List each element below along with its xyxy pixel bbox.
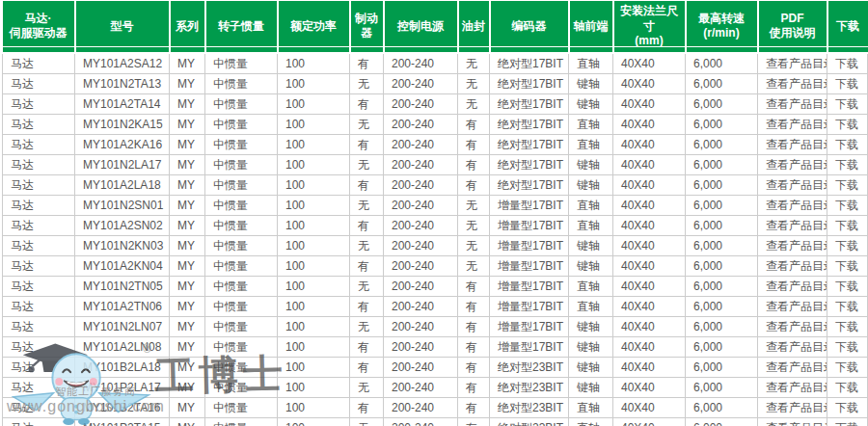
download-link[interactable]: 下载: [827, 154, 868, 174]
cell-category: 马达: [3, 114, 75, 134]
cell-max_speed: 6,000: [686, 235, 758, 255]
cell-rotor_inertia: 中惯量: [205, 53, 278, 74]
cell-control_power: 200-240: [384, 417, 458, 426]
cell-rotor_inertia: 中惯量: [205, 397, 278, 417]
table-row: 马达MY101N2TN05MY中惯量100无200-240有增量型17BIT直轴…: [3, 276, 868, 296]
download-link[interactable]: 下载: [827, 377, 868, 397]
cell-series: MY: [170, 255, 205, 276]
cell-max_speed: 6,000: [686, 296, 758, 316]
cell-model: MY101N2TA13: [75, 73, 170, 93]
table-row: 马达MY101A2SN02MY中惯量100有200-240无增量型17BIT直轴…: [3, 215, 868, 235]
table-row: 马达MY101N2LN07MY中惯量100无200-240有增量型17BIT键轴…: [3, 316, 868, 336]
cell-flange_size: 40X40: [613, 134, 686, 154]
download-link[interactable]: 下载: [827, 417, 868, 426]
table-row: 马达MY101A2TA14MY中惯量100有200-240无绝对型17BIT键轴…: [3, 93, 868, 114]
cell-oil_seal: 有: [458, 154, 490, 174]
cell-model: MY101N2SN01: [75, 195, 170, 215]
cell-flange_size: 40X40: [613, 93, 686, 114]
cell-encoder: 绝对型17BIT: [490, 114, 569, 134]
view-catalog-link[interactable]: 查看产品目录: [758, 276, 827, 296]
cell-encoder: 绝对型23BIT: [490, 357, 569, 377]
view-catalog-link[interactable]: 查看产品目录: [758, 397, 827, 417]
cell-category: 马达: [3, 377, 75, 397]
column-header-encoder: 编码器: [490, 1, 569, 53]
cell-model: MY101N2KA15: [75, 114, 170, 134]
cell-rotor_inertia: 中惯量: [205, 154, 278, 174]
cell-max_speed: 6,000: [686, 357, 758, 377]
cell-encoder: 绝对型23BIT: [490, 417, 569, 426]
table-header-row: 马达· 伺服驱动器型号系列转子惯量额定功率制动器控制电源油封编码器轴前端安装法兰…: [3, 1, 868, 53]
cell-rated_power: 100: [278, 276, 350, 296]
view-catalog-link[interactable]: 查看产品目录: [758, 296, 827, 316]
view-catalog-link[interactable]: 查看产品目录: [758, 417, 827, 426]
cell-brake: 有: [350, 215, 384, 235]
cell-control_power: 200-240: [384, 215, 458, 235]
view-catalog-link[interactable]: 查看产品目录: [758, 255, 827, 276]
view-catalog-link[interactable]: 查看产品目录: [758, 114, 827, 134]
view-catalog-link[interactable]: 查看产品目录: [758, 195, 827, 215]
column-header-pdf: PDF 使用说明: [758, 1, 827, 53]
download-link[interactable]: 下载: [827, 195, 868, 215]
cell-category: 马达: [3, 397, 75, 417]
download-link[interactable]: 下载: [827, 255, 868, 276]
download-link[interactable]: 下载: [827, 53, 868, 74]
cell-oil_seal: 无: [458, 73, 490, 93]
cell-max_speed: 6,000: [686, 336, 758, 357]
download-link[interactable]: 下载: [827, 174, 868, 195]
download-link[interactable]: 下载: [827, 114, 868, 134]
cell-rotor_inertia: 中惯量: [205, 195, 278, 215]
view-catalog-link[interactable]: 查看产品目录: [758, 357, 827, 377]
download-link[interactable]: 下载: [827, 336, 868, 357]
view-catalog-link[interactable]: 查看产品目录: [758, 73, 827, 93]
download-link[interactable]: 下载: [827, 357, 868, 377]
cell-max_speed: 6,000: [686, 255, 758, 276]
cell-encoder: 绝对型23BIT: [490, 397, 569, 417]
cell-oil_seal: 有: [458, 377, 490, 397]
cell-series: MY: [170, 93, 205, 114]
cell-model: MY101B2LA18: [75, 357, 170, 377]
download-link[interactable]: 下载: [827, 73, 868, 93]
cell-category: 马达: [3, 154, 75, 174]
download-link[interactable]: 下载: [827, 134, 868, 154]
cell-encoder: 绝对型17BIT: [490, 93, 569, 114]
cell-series: MY: [170, 53, 205, 74]
column-header-rated_power: 额定功率: [278, 1, 350, 53]
download-link[interactable]: 下载: [827, 296, 868, 316]
cell-series: MY: [170, 357, 205, 377]
cell-flange_size: 40X40: [613, 255, 686, 276]
download-link[interactable]: 下载: [827, 316, 868, 336]
cell-brake: 有: [350, 357, 384, 377]
cell-series: MY: [170, 215, 205, 235]
cell-shaft_end: 键轴: [569, 174, 613, 195]
view-catalog-link[interactable]: 查看产品目录: [758, 134, 827, 154]
view-catalog-link[interactable]: 查看产品目录: [758, 336, 827, 357]
cell-model: MY101A2LN08: [75, 336, 170, 357]
download-link[interactable]: 下载: [827, 397, 868, 417]
download-link[interactable]: 下载: [827, 235, 868, 255]
cell-rated_power: 100: [278, 316, 350, 336]
download-link[interactable]: 下载: [827, 93, 868, 114]
view-catalog-link[interactable]: 查看产品目录: [758, 93, 827, 114]
cell-category: 马达: [3, 235, 75, 255]
cell-shaft_end: 键轴: [569, 154, 613, 174]
download-link[interactable]: 下载: [827, 215, 868, 235]
cell-max_speed: 6,000: [686, 276, 758, 296]
view-catalog-link[interactable]: 查看产品目录: [758, 154, 827, 174]
cell-model: MY101A2KA16: [75, 134, 170, 154]
cell-flange_size: 40X40: [613, 316, 686, 336]
column-header-max_speed: 最高转速 (r/min): [686, 1, 758, 53]
cell-category: 马达: [3, 255, 75, 276]
view-catalog-link[interactable]: 查看产品目录: [758, 235, 827, 255]
cell-control_power: 200-240: [384, 276, 458, 296]
view-catalog-link[interactable]: 查看产品目录: [758, 215, 827, 235]
download-link[interactable]: 下载: [827, 276, 868, 296]
view-catalog-link[interactable]: 查看产品目录: [758, 174, 827, 195]
view-catalog-link[interactable]: 查看产品目录: [758, 316, 827, 336]
cell-encoder: 增量型17BIT: [490, 235, 569, 255]
view-catalog-link[interactable]: 查看产品目录: [758, 53, 827, 74]
cell-max_speed: 6,000: [686, 417, 758, 426]
view-catalog-link[interactable]: 查看产品目录: [758, 377, 827, 397]
cell-series: MY: [170, 195, 205, 215]
cell-shaft_end: 键轴: [569, 93, 613, 114]
cell-oil_seal: 有: [458, 114, 490, 134]
